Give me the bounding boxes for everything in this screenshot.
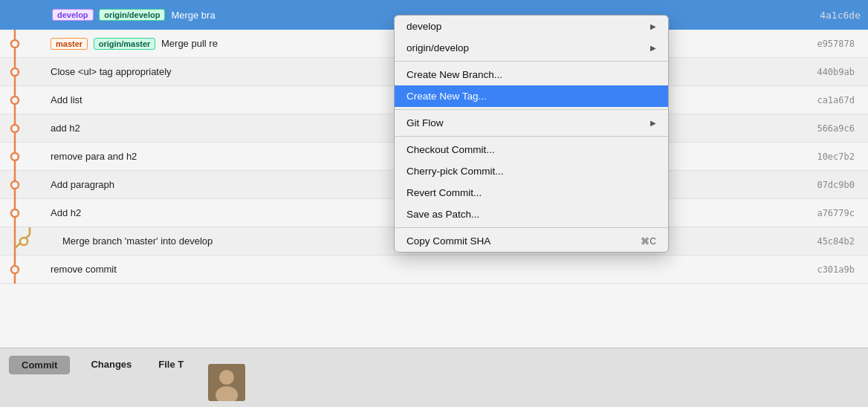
menu-item-label: develop xyxy=(407,21,441,32)
menu-item-copy-sha[interactable]: Copy Commit SHA ⌘C xyxy=(395,230,668,252)
graph-col xyxy=(0,255,45,284)
graph-col xyxy=(0,199,45,227)
graph-col xyxy=(0,227,45,255)
commit-sha: 566a9c6 xyxy=(794,123,861,134)
svg-point-5 xyxy=(11,97,19,104)
graph-svg xyxy=(0,171,45,199)
graph-svg xyxy=(0,58,45,86)
svg-point-7 xyxy=(11,125,19,132)
avatar-image xyxy=(208,364,245,401)
commit-sha: ca1a67d xyxy=(794,95,861,105)
menu-item-checkout[interactable]: Checkout Commit... xyxy=(395,139,668,160)
svg-point-1 xyxy=(11,40,19,48)
badge-origin-master: origin/master xyxy=(94,38,156,50)
toolbar: Commit Changes File T xyxy=(0,348,868,407)
table-row[interactable]: remove commit c301a9b xyxy=(0,255,868,284)
menu-item-label: Copy Commit SHA xyxy=(407,235,490,247)
badge-origin-develop: origin/develop xyxy=(99,9,165,21)
commit-sha: a76779c xyxy=(794,208,861,218)
svg-point-21 xyxy=(219,370,234,385)
graph-svg xyxy=(0,199,45,227)
svg-point-17 xyxy=(20,238,27,245)
commit-sha: c301a9b xyxy=(794,264,861,275)
svg-point-11 xyxy=(11,181,19,189)
header-sha: 4a1c6de xyxy=(820,10,861,21)
menu-item-save-patch[interactable]: Save as Patch... xyxy=(395,204,668,225)
commit-sha: 45c84b2 xyxy=(794,236,861,247)
menu-item-label: origin/develop xyxy=(407,42,469,53)
menu-shortcut: ⌘C xyxy=(641,236,656,247)
menu-item-git-flow[interactable]: Git Flow xyxy=(395,112,668,134)
graph-col xyxy=(0,30,45,58)
graph-col xyxy=(0,58,45,86)
svg-point-19 xyxy=(11,266,19,273)
menu-item-label: Create New Branch... xyxy=(407,69,502,80)
menu-item-revert[interactable]: Revert Commit... xyxy=(395,182,668,204)
commit-button[interactable]: Commit xyxy=(9,356,70,374)
avatar xyxy=(208,364,245,401)
graph-col xyxy=(0,143,45,171)
context-menu: develop origin/develop Create New Branch… xyxy=(394,15,669,253)
menu-item-origin-develop[interactable]: origin/develop xyxy=(395,37,668,59)
graph-svg xyxy=(0,143,45,171)
graph-svg xyxy=(0,227,45,255)
svg-point-13 xyxy=(11,209,19,217)
menu-item-develop[interactable]: develop xyxy=(395,16,668,37)
graph-svg xyxy=(0,114,45,143)
menu-item-cherry-pick[interactable]: Cherry-pick Commit... xyxy=(395,160,668,182)
menu-separator xyxy=(395,136,668,137)
badge-develop: develop xyxy=(52,9,94,21)
menu-separator xyxy=(395,109,668,110)
commit-sha: e957878 xyxy=(794,39,861,49)
menu-separator xyxy=(395,227,668,228)
svg-point-3 xyxy=(11,68,19,76)
menu-item-label: Create New Tag... xyxy=(407,91,487,102)
menu-item-label: Checkout Commit... xyxy=(407,144,495,155)
menu-item-label: Revert Commit... xyxy=(407,187,482,198)
menu-item-label: Cherry-pick Commit... xyxy=(407,166,504,177)
graph-svg xyxy=(0,86,45,114)
svg-point-9 xyxy=(11,153,19,160)
header-commit-message: Merge bra xyxy=(171,10,215,21)
graph-col xyxy=(0,86,45,114)
graph-svg xyxy=(0,255,45,284)
commit-message: remove commit xyxy=(45,264,794,275)
menu-item-label: Git Flow xyxy=(407,117,444,128)
menu-separator xyxy=(395,61,668,62)
commit-sha: 440b9ab xyxy=(794,67,861,77)
graph-col xyxy=(0,171,45,199)
changes-tab[interactable]: Changes xyxy=(85,356,137,373)
menu-item-create-tag[interactable]: Create New Tag... xyxy=(395,85,668,107)
commit-sha: 07dc9b0 xyxy=(794,180,861,190)
menu-item-create-branch[interactable]: Create New Branch... xyxy=(395,64,668,85)
menu-item-label: Save as Patch... xyxy=(407,209,479,220)
graph-svg xyxy=(0,30,45,58)
commit-sha: 10ec7b2 xyxy=(794,152,861,162)
file-tab[interactable]: File T xyxy=(152,356,190,373)
graph-col xyxy=(0,114,45,143)
badge-master: master xyxy=(51,38,88,50)
